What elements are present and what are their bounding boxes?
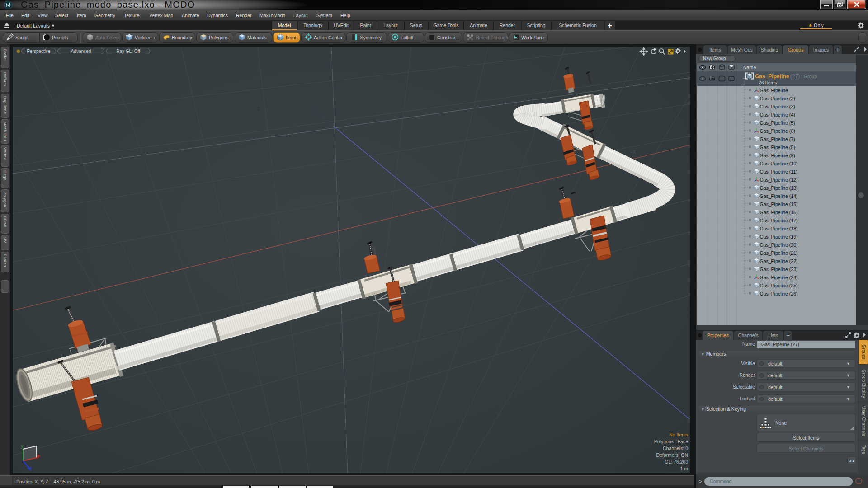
svg-text:Gas_Pipeline (19): Gas_Pipeline (19) — [760, 234, 798, 239]
svg-text:Gas_Pipeline (21): Gas_Pipeline (21) — [760, 250, 798, 256]
svg-text:Gas_Pipeline (17): Gas_Pipeline (17) — [760, 218, 798, 223]
svg-text:Gas_Pipeline (10): Gas_Pipeline (10) — [760, 161, 798, 166]
svg-text:y: y — [21, 443, 24, 449]
svg-text:Gas_Pipeline (7): Gas_Pipeline (7) — [760, 136, 795, 142]
svg-text:Gas_Pipeline (14): Gas_Pipeline (14) — [760, 193, 798, 199]
svg-text:26 Items: 26 Items — [759, 80, 777, 85]
svg-text:Gas_Pipeline (22): Gas_Pipeline (22) — [760, 258, 798, 264]
svg-text:Gas_Pipeline: Gas_Pipeline — [755, 73, 789, 80]
svg-text:Gas_Pipeline (9): Gas_Pipeline (9) — [760, 153, 795, 158]
svg-text:Gas_Pipeline (20): Gas_Pipeline (20) — [760, 242, 798, 248]
svg-text:Gas_Pipeline (13): Gas_Pipeline (13) — [760, 185, 798, 191]
svg-text:Gas_Pipeline (23): Gas_Pipeline (23) — [760, 267, 798, 272]
svg-text:+X: +X — [630, 150, 636, 155]
svg-text:Gas_Pipeline: Gas_Pipeline — [760, 88, 788, 93]
svg-text:Gas_Pipeline (18): Gas_Pipeline (18) — [760, 226, 798, 231]
svg-text:-Z: -Z — [256, 107, 260, 112]
svg-text:: Group: : Group — [801, 74, 817, 79]
svg-text:Gas_Pipeline (16): Gas_Pipeline (16) — [760, 210, 798, 215]
svg-text:Gas_Pipeline (2): Gas_Pipeline (2) — [760, 96, 795, 101]
svg-text:Gas_Pipeline (8): Gas_Pipeline (8) — [760, 145, 795, 150]
svg-text:Gas_Pipeline (4): Gas_Pipeline (4) — [760, 112, 795, 117]
svg-text:Gas_Pipeline (12): Gas_Pipeline (12) — [760, 177, 798, 183]
svg-text:(27): (27) — [790, 73, 800, 80]
svg-text:Gas_Pipeline (5): Gas_Pipeline (5) — [760, 120, 795, 126]
svg-text:Name: Name — [743, 65, 756, 70]
svg-text:Gas_Pipeline (15): Gas_Pipeline (15) — [760, 202, 798, 207]
svg-text:Gas_Pipeline (24): Gas_Pipeline (24) — [760, 275, 798, 280]
svg-text:Gas_Pipeline (25): Gas_Pipeline (25) — [760, 283, 798, 288]
svg-text:Gas_Pipeline (11): Gas_Pipeline (11) — [760, 169, 797, 174]
svg-text:Gas_Pipeline (26): Gas_Pipeline (26) — [760, 291, 798, 296]
svg-text:Gas_Pipeline (3): Gas_Pipeline (3) — [760, 104, 795, 109]
svg-text:Gas_Pipeline (6): Gas_Pipeline (6) — [760, 128, 795, 134]
